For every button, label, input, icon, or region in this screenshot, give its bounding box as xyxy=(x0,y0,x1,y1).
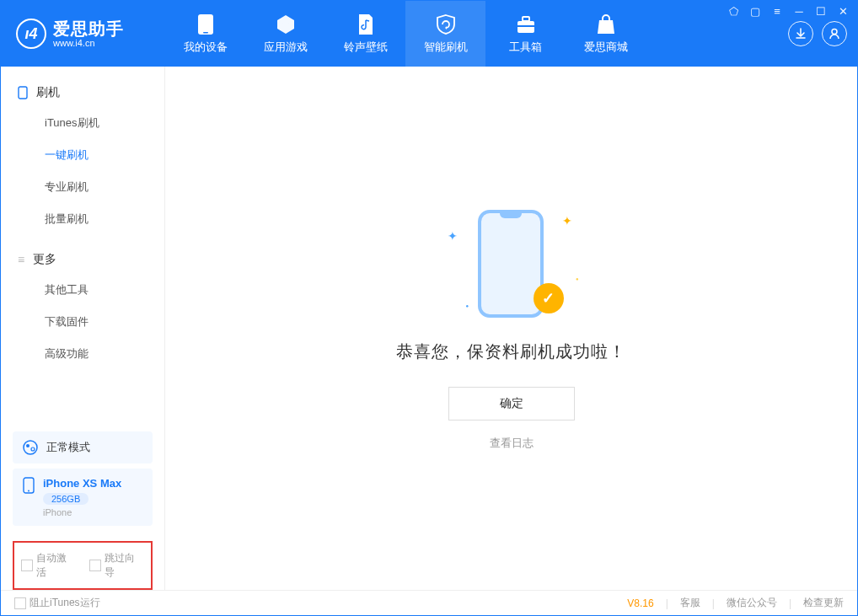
sidebar-section-flash: 刷机 xyxy=(1,77,164,107)
support-link[interactable]: 客服 xyxy=(680,596,700,610)
device-mode-label: 正常模式 xyxy=(46,440,90,455)
nav-label: 铃声壁纸 xyxy=(344,40,388,55)
mode-icon xyxy=(23,440,38,455)
separator: | xyxy=(666,597,668,609)
svg-rect-4 xyxy=(517,25,534,27)
nav-apps[interactable]: 应用游戏 xyxy=(245,1,325,67)
device-type: iPhone xyxy=(43,507,121,517)
window-controls: ⬠ ▢ ≡ ─ ☐ ✕ xyxy=(727,5,850,18)
checkbox-icon xyxy=(89,560,101,571)
sparkle-icon: ● xyxy=(466,303,469,308)
music-file-icon xyxy=(355,13,377,35)
logo-icon: ı4 xyxy=(16,19,46,49)
footer: 阻止iTunes运行 V8.16 | 客服 | 微信公众号 | 检查更新 xyxy=(1,590,857,615)
sidebar-item-oneclick-flash[interactable]: 一键刷机 xyxy=(1,139,164,171)
svg-point-5 xyxy=(832,29,837,35)
svg-rect-3 xyxy=(523,17,529,21)
nav-label: 我的设备 xyxy=(184,40,228,55)
bag-icon xyxy=(595,13,617,35)
skip-guide-label: 跳过向导 xyxy=(105,551,144,580)
separator: | xyxy=(712,597,715,609)
nav-store[interactable]: 爱思商城 xyxy=(566,1,646,67)
flash-options-row: 自动激活 跳过向导 xyxy=(13,541,153,590)
nav-label: 智能刷机 xyxy=(424,40,468,55)
nav-label: 应用游戏 xyxy=(264,40,308,55)
maximize-button[interactable]: ☐ xyxy=(814,5,828,18)
logo-text: 爱思助手 www.i4.cn xyxy=(53,19,124,48)
device-mode-card[interactable]: 正常模式 xyxy=(13,431,153,463)
shirt-icon[interactable]: ⬠ xyxy=(727,5,740,18)
top-nav: 我的设备 应用游戏 铃声壁纸 智能刷机 工具箱 xyxy=(165,1,646,67)
svg-point-7 xyxy=(24,441,37,454)
user-button[interactable] xyxy=(822,21,847,46)
wechat-link[interactable]: 微信公众号 xyxy=(727,596,777,610)
svg-point-9 xyxy=(31,447,35,451)
body: 刷机 iTunes刷机 一键刷机 专业刷机 批量刷机 ≡ 更多 其他工具 下载固… xyxy=(1,67,857,590)
device-cards: 正常模式 iPhone XS Max 256GB iPhone xyxy=(1,426,164,534)
checkbox-icon xyxy=(21,560,33,571)
view-log-link[interactable]: 查看日志 xyxy=(490,436,534,451)
skip-guide-checkbox[interactable]: 跳过向导 xyxy=(89,551,144,580)
device-name: iPhone XS Max xyxy=(43,477,121,490)
svg-point-8 xyxy=(26,444,29,447)
sidebar-item-pro-flash[interactable]: 专业刷机 xyxy=(1,171,164,203)
sparkle-icon: ● xyxy=(576,276,579,281)
block-itunes-label: 阻止iTunes运行 xyxy=(29,596,100,610)
menu-icon[interactable]: ≡ xyxy=(770,5,784,18)
list-icon: ≡ xyxy=(18,253,24,266)
success-illustration: ✓ ✦ ✦ ● ● xyxy=(453,206,571,324)
minimize-button[interactable]: ─ xyxy=(792,5,806,18)
download-button[interactable] xyxy=(788,21,813,46)
sparkle-icon: ✦ xyxy=(448,229,458,243)
main-content: ✓ ✦ ✦ ● ● 恭喜您，保资料刷机成功啦！ 确定 查看日志 xyxy=(165,67,857,590)
sidebar-item-download-fw[interactable]: 下载固件 xyxy=(1,306,164,338)
sidebar-section-more: ≡ 更多 xyxy=(1,244,164,274)
sidebar-item-batch-flash[interactable]: 批量刷机 xyxy=(1,203,164,235)
checkbox-icon xyxy=(14,597,26,609)
ok-button[interactable]: 确定 xyxy=(448,387,575,420)
app-subtitle: www.i4.cn xyxy=(53,38,124,48)
footer-right: V8.16 | 客服 | 微信公众号 | 检查更新 xyxy=(627,596,844,610)
sidebar-item-advanced[interactable]: 高级功能 xyxy=(1,338,164,370)
separator: | xyxy=(789,597,791,609)
nav-my-device[interactable]: 我的设备 xyxy=(165,1,245,67)
section-label: 刷机 xyxy=(36,85,60,100)
refresh-shield-icon xyxy=(435,13,457,35)
footer-left: 阻止iTunes运行 xyxy=(14,596,100,610)
block-itunes-checkbox[interactable]: 阻止iTunes运行 xyxy=(14,596,100,610)
svg-rect-0 xyxy=(198,14,213,35)
logo-area: ı4 爱思助手 www.i4.cn xyxy=(1,1,165,67)
feedback-icon[interactable]: ▢ xyxy=(748,5,762,18)
auto-activate-checkbox[interactable]: 自动激活 xyxy=(21,551,76,580)
nav-toolbox[interactable]: 工具箱 xyxy=(485,1,566,67)
success-title: 恭喜您，保资料刷机成功啦！ xyxy=(396,340,626,363)
svg-point-11 xyxy=(28,490,29,492)
section-label: 更多 xyxy=(33,252,56,267)
nav-ringtones[interactable]: 铃声壁纸 xyxy=(325,1,405,67)
device-phone-icon xyxy=(23,477,35,494)
auto-activate-label: 自动激活 xyxy=(36,551,76,580)
sidebar: 刷机 iTunes刷机 一键刷机 专业刷机 批量刷机 ≡ 更多 其他工具 下载固… xyxy=(1,67,165,590)
sparkle-icon: ✦ xyxy=(562,214,572,228)
nav-label: 工具箱 xyxy=(509,40,542,55)
sidebar-item-other-tools[interactable]: 其他工具 xyxy=(1,274,164,306)
cube-icon xyxy=(275,13,297,35)
device-icon xyxy=(195,13,217,35)
phone-notch-icon xyxy=(500,210,522,218)
app-title: 爱思助手 xyxy=(53,19,124,38)
header: ı4 爱思助手 www.i4.cn 我的设备 应用游戏 铃声壁纸 xyxy=(1,1,857,67)
sidebar-item-itunes-flash[interactable]: iTunes刷机 xyxy=(1,107,164,139)
version-label: V8.16 xyxy=(627,597,653,609)
toolbox-icon xyxy=(515,13,537,35)
check-update-link[interactable]: 检查更新 xyxy=(803,596,844,610)
svg-rect-6 xyxy=(19,87,27,99)
nav-flash[interactable]: 智能刷机 xyxy=(405,1,485,67)
check-badge-icon: ✓ xyxy=(534,283,564,313)
svg-rect-1 xyxy=(203,32,208,34)
close-button[interactable]: ✕ xyxy=(836,5,850,18)
phone-icon xyxy=(18,86,28,99)
device-info-card[interactable]: iPhone XS Max 256GB iPhone xyxy=(13,469,153,526)
device-capacity: 256GB xyxy=(43,493,88,505)
nav-label: 爱思商城 xyxy=(584,40,628,55)
